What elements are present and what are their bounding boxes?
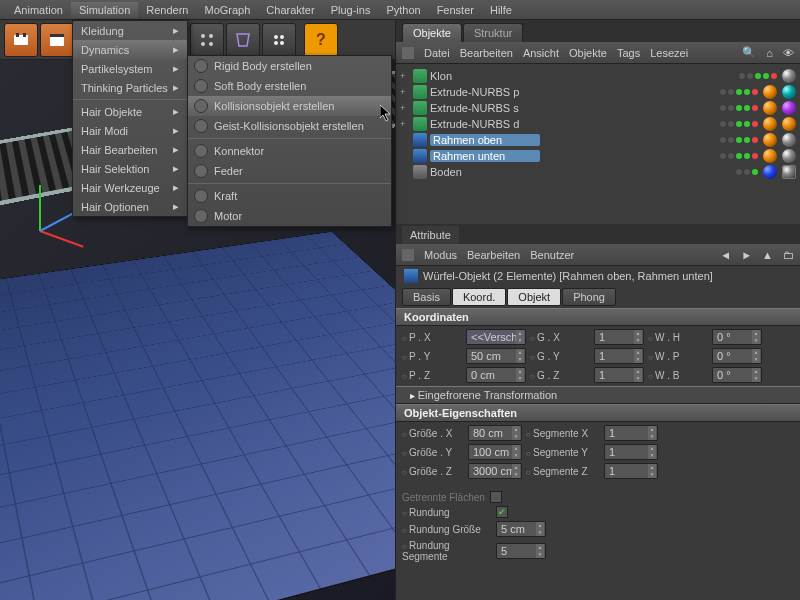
material-tag-icon[interactable] xyxy=(763,85,777,99)
input-wp[interactable]: 0 °▲▼ xyxy=(712,348,762,364)
input-rundung-segmente[interactable]: 5▲▼ xyxy=(496,543,546,559)
dyn-rigid-body[interactable]: Rigid Body erstellen xyxy=(188,56,391,76)
toolbar-environment-icon[interactable] xyxy=(262,23,296,57)
sim-hair-selektion[interactable]: Hair Selektion▸ xyxy=(73,159,187,178)
input-wb[interactable]: 0 °▲▼ xyxy=(712,367,762,383)
checkbox-getrennte-flaechen[interactable] xyxy=(490,491,502,503)
dyn-collision-object[interactable]: Kollisionsobjekt erstellen xyxy=(188,96,391,116)
material-tag-icon[interactable] xyxy=(763,149,777,163)
input-size-y[interactable]: 100 cm▲▼ xyxy=(468,444,522,460)
eye-icon[interactable]: 👁 xyxy=(783,47,794,59)
input-seg-x[interactable]: 1▲▼ xyxy=(604,425,658,441)
expand-icon[interactable]: + xyxy=(400,87,410,97)
help-icon[interactable]: ? xyxy=(304,23,338,57)
obj-menu-ansicht[interactable]: Ansicht xyxy=(523,47,559,59)
menu-python[interactable]: Python xyxy=(378,2,428,18)
tree-row[interactable]: + Klon xyxy=(396,68,800,84)
tree-row[interactable]: + Extrude-NURBS d xyxy=(396,116,800,132)
menu-mograph[interactable]: MoGraph xyxy=(196,2,258,18)
material-tag-icon[interactable] xyxy=(782,165,796,179)
input-gy[interactable]: 1▲▼ xyxy=(594,348,644,364)
menu-plugins[interactable]: Plug-ins xyxy=(323,2,379,18)
object-name[interactable]: Extrude-NURBS s xyxy=(430,102,540,114)
toolbar-btn-2[interactable] xyxy=(40,23,74,57)
menu-fenster[interactable]: Fenster xyxy=(429,2,482,18)
sim-hair-modi[interactable]: Hair Modi▸ xyxy=(73,121,187,140)
sim-hair-werkzeuge[interactable]: Hair Werkzeuge▸ xyxy=(73,178,187,197)
sim-partikelsystem[interactable]: Partikelsystem▸ xyxy=(73,59,187,78)
toolbar-deformer-icon[interactable] xyxy=(226,23,260,57)
dyn-feder[interactable]: Feder xyxy=(188,161,391,181)
sim-hair-optionen[interactable]: Hair Optionen▸ xyxy=(73,197,187,216)
expand-icon[interactable]: + xyxy=(400,71,410,81)
material-tag-icon[interactable] xyxy=(782,85,796,99)
material-tag-icon[interactable] xyxy=(782,149,796,163)
input-wh[interactable]: 0 °▲▼ xyxy=(712,329,762,345)
visibility-dots[interactable] xyxy=(720,105,758,111)
input-py[interactable]: 50 cm▲▼ xyxy=(466,348,526,364)
lock-icon[interactable]: 🗀 xyxy=(783,249,794,261)
attr-menu-modus[interactable]: Modus xyxy=(424,249,457,261)
home-icon[interactable]: ⌂ xyxy=(766,47,773,59)
dyn-konnektor[interactable]: Konnektor xyxy=(188,141,391,161)
visibility-dots[interactable] xyxy=(720,137,758,143)
input-px[interactable]: <<Verschi▲▼ xyxy=(466,329,526,345)
tree-row[interactable]: + Extrude-NURBS p xyxy=(396,84,800,100)
object-tree[interactable]: + Klon + Extrude-NURBS p + Extrude-NURBS… xyxy=(396,64,800,224)
material-tag-icon[interactable] xyxy=(763,165,777,179)
expand-icon[interactable]: + xyxy=(400,103,410,113)
expand-icon[interactable]: + xyxy=(400,119,410,129)
dyn-soft-body[interactable]: Soft Body erstellen xyxy=(188,76,391,96)
material-tag-icon[interactable] xyxy=(782,69,796,83)
sim-dynamics[interactable]: Dynamics▸ xyxy=(73,40,187,59)
material-tag-icon[interactable] xyxy=(782,117,796,131)
object-name[interactable]: Boden xyxy=(430,166,540,178)
menu-simulation[interactable]: Simulation xyxy=(71,2,138,18)
sim-hair-objekte[interactable]: Hair Objekte▸ xyxy=(73,102,187,121)
obj-menu-datei[interactable]: Datei xyxy=(424,47,450,59)
tab-struktur[interactable]: Struktur xyxy=(463,23,524,42)
dyn-kraft[interactable]: Kraft xyxy=(188,186,391,206)
object-name[interactable]: Extrude-NURBS d xyxy=(430,118,540,130)
frozen-transform-row[interactable]: ▸ Eingefrorene Transformation xyxy=(396,386,800,404)
input-rundung-groesse[interactable]: 5 cm▲▼ xyxy=(496,521,546,537)
menu-charakter[interactable]: Charakter xyxy=(258,2,322,18)
menu-hilfe[interactable]: Hilfe xyxy=(482,2,520,18)
input-size-z[interactable]: 3000 cm▲▼ xyxy=(468,463,522,479)
attr-tab-objekt[interactable]: Objekt xyxy=(507,288,561,306)
axis-x[interactable] xyxy=(40,230,84,248)
menu-rendern[interactable]: Rendern xyxy=(138,2,196,18)
attr-tab-phong[interactable]: Phong xyxy=(562,288,616,306)
menu-animation[interactable]: Animation xyxy=(6,2,71,18)
material-tag-icon[interactable] xyxy=(763,101,777,115)
tree-row[interactable]: + Extrude-NURBS s xyxy=(396,100,800,116)
attr-menu-benutzer[interactable]: Benutzer xyxy=(530,249,574,261)
tree-row[interactable]: Rahmen oben xyxy=(396,132,800,148)
checkbox-rundung[interactable]: ✔ xyxy=(496,506,508,518)
visibility-dots[interactable] xyxy=(736,169,758,175)
dyn-motor[interactable]: Motor xyxy=(188,206,391,226)
sim-kleidung[interactable]: Kleidung▸ xyxy=(73,21,187,40)
object-name[interactable]: Rahmen oben xyxy=(430,134,540,146)
visibility-dots[interactable] xyxy=(720,153,758,159)
dyn-ghost-collision[interactable]: Geist-Kollisionsobjekt erstellen xyxy=(188,116,391,136)
sim-hair-bearbeiten[interactable]: Hair Bearbeiten▸ xyxy=(73,140,187,159)
visibility-dots[interactable] xyxy=(720,89,758,95)
attr-tab-koord[interactable]: Koord. xyxy=(452,288,506,306)
material-tag-icon[interactable] xyxy=(782,133,796,147)
material-tag-icon[interactable] xyxy=(763,133,777,147)
nav-fwd-icon[interactable]: ► xyxy=(741,249,752,261)
toolbar-btn-1[interactable] xyxy=(4,23,38,57)
visibility-dots[interactable] xyxy=(720,121,758,127)
obj-menu-objekte[interactable]: Objekte xyxy=(569,47,607,59)
obj-menu-lesezeichen[interactable]: Lesezei xyxy=(650,47,688,59)
attr-menu-bearbeiten[interactable]: Bearbeiten xyxy=(467,249,520,261)
object-name[interactable]: Rahmen unten xyxy=(430,150,540,162)
tree-row[interactable]: Rahmen unten xyxy=(396,148,800,164)
obj-menu-bearbeiten[interactable]: Bearbeiten xyxy=(460,47,513,59)
visibility-dots[interactable] xyxy=(739,73,777,79)
input-seg-z[interactable]: 1▲▼ xyxy=(604,463,658,479)
axis-y[interactable] xyxy=(39,185,41,231)
input-gx[interactable]: 1▲▼ xyxy=(594,329,644,345)
material-tag-icon[interactable] xyxy=(763,117,777,131)
